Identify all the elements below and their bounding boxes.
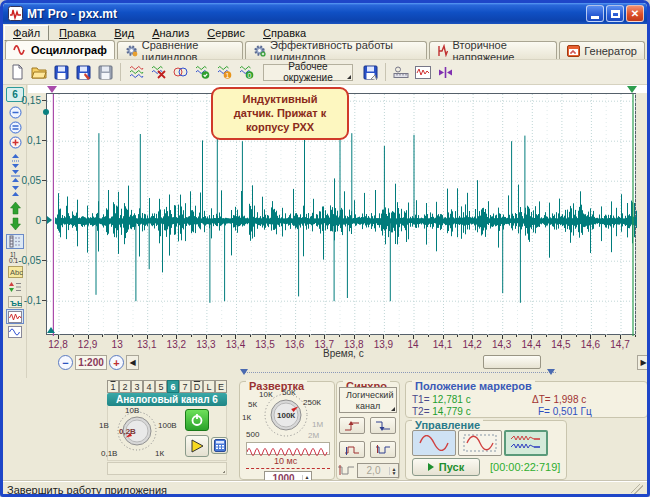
trigger-falling-button[interactable] (370, 417, 396, 434)
waveform-window-button[interactable] (413, 62, 433, 82)
maximize-icon (611, 10, 620, 18)
marker-t2-handle[interactable] (627, 86, 637, 93)
x-tick-mark (546, 335, 547, 337)
zoom-out-button[interactable]: − (58, 355, 73, 370)
channel-tab-2[interactable]: 2 (119, 380, 131, 393)
status-text: Завершить работу приложения (7, 484, 167, 496)
zoom-in-button[interactable]: + (109, 355, 124, 370)
signals-loop-button[interactable] (170, 62, 190, 82)
x-tick-label: 13,3 (196, 339, 215, 350)
markers-button[interactable] (435, 62, 455, 82)
maximize-button[interactable] (606, 5, 624, 22)
marker-t1-handle[interactable] (47, 86, 57, 93)
waves-close-icon (151, 65, 166, 79)
rising-edge-icon (344, 420, 360, 432)
trigger-pulse-high-button[interactable] (339, 441, 365, 458)
knob-label: 1М (312, 420, 323, 429)
channel-tab-D[interactable]: D (191, 380, 203, 393)
save-all-button[interactable] (95, 62, 115, 82)
sweep-group: Развертка 500 1К 5К 10К 50К 100К 250К 25… (239, 381, 335, 480)
channel-tab-4[interactable]: 4 (143, 380, 155, 393)
trigger-pulse-low-button[interactable] (370, 441, 396, 458)
t2-label: T2= (412, 406, 430, 417)
menu-help[interactable]: Справка (255, 26, 314, 40)
trigger-level-icon (337, 464, 355, 477)
scroll-thumb[interactable] (483, 355, 541, 369)
channel-tab-5[interactable]: 5 (155, 380, 167, 393)
menu-analysis[interactable]: Анализ (144, 26, 197, 40)
new-file-button[interactable] (7, 62, 27, 82)
menu-service[interactable]: Сервис (199, 26, 253, 40)
channel-tab-7[interactable]: 7 (179, 380, 191, 393)
tab-secondary-voltage[interactable]: Вторичное напряжение (429, 41, 558, 59)
dropdown-corner-icon (347, 75, 351, 79)
save-button[interactable] (51, 62, 71, 82)
range-thumb-right[interactable] (547, 369, 555, 375)
signal-zero-button[interactable]: 0 (236, 62, 256, 82)
trigger-level-dot[interactable] (43, 109, 49, 115)
y-tick-label: 0,15 (13, 95, 41, 106)
sync-source-dropdown[interactable]: Логический канал (339, 387, 397, 413)
x-tick-mark (102, 335, 103, 337)
channel-tab-L[interactable]: L (203, 380, 215, 393)
signals-close-button[interactable] (148, 62, 168, 82)
open-file-button[interactable] (29, 62, 49, 82)
channel-power-button[interactable] (185, 409, 209, 431)
y-tick-mark (42, 140, 46, 141)
x-tick-label: 13,1 (137, 339, 156, 350)
trigger-position-arrow[interactable] (47, 327, 55, 333)
measure-button[interactable] (391, 62, 411, 82)
app-icon (8, 6, 23, 21)
channel-tab-E[interactable]: E (215, 380, 227, 393)
control-group: Управление Пуск [00:00:22:719] (405, 420, 567, 480)
loops-icon (173, 66, 188, 78)
gear-icon (125, 44, 138, 57)
mode-frame-button[interactable] (458, 430, 502, 456)
y-tick-mark (42, 180, 46, 181)
scroll-right-button[interactable]: ▶ (637, 355, 650, 370)
x-tick-mark (516, 335, 517, 337)
channel-tab-1[interactable]: 1 (107, 380, 119, 393)
x-tick-mark (502, 335, 503, 339)
x-tick-mark (221, 335, 222, 337)
menu-view[interactable]: Вид (106, 26, 142, 40)
export-button[interactable] (360, 62, 380, 82)
channel-probe-button[interactable] (185, 435, 209, 457)
menu-edit[interactable]: Правка (51, 26, 104, 40)
menu-file[interactable]: Файл (4, 25, 49, 41)
channel-range-value: 0,2В (119, 427, 136, 436)
save-as-button[interactable] (73, 62, 93, 82)
y-tick-mark (42, 300, 46, 301)
tab-generator[interactable]: Генератор (559, 41, 645, 59)
close-button[interactable]: ✕ (626, 5, 644, 22)
resize-grip[interactable] (631, 484, 643, 496)
tab-cylinder-compare[interactable]: Сравнение цилиндров (117, 41, 243, 59)
channel-tab-6[interactable]: 6 (167, 380, 179, 393)
x-tick-label: 14,7 (610, 339, 629, 350)
tab-cylinder-efficiency[interactable]: Эффективность работы цилиндров (245, 41, 427, 59)
zero-level-arrow[interactable] (47, 216, 52, 224)
channel-calculator-button[interactable] (211, 437, 228, 454)
dt-value: 1,998 с (553, 394, 586, 405)
range-slider-track[interactable] (243, 372, 556, 373)
signals-button[interactable] (126, 62, 146, 82)
x-tick-mark (147, 335, 148, 339)
channel-tab-3[interactable]: 3 (131, 380, 143, 393)
minimize-button[interactable] (586, 5, 604, 22)
signal-apply-button[interactable] (192, 62, 212, 82)
markers-header: Положение маркеров (412, 380, 535, 392)
mode-single-button[interactable] (412, 430, 456, 456)
trigger-level-spinner[interactable]: 2,0 ▲▼ (357, 463, 399, 478)
pulse-high-icon (344, 444, 360, 456)
tab-oscilloscope[interactable]: Осциллограф (5, 40, 115, 59)
start-button[interactable]: Пуск (412, 458, 480, 476)
scroll-left-button[interactable]: ◀ (126, 355, 139, 370)
f-value: 0,501 Гц (553, 406, 592, 417)
signal-one-button[interactable]: 1 (214, 62, 234, 82)
range-thumb-left[interactable] (240, 369, 248, 375)
workspace-dropdown[interactable]: Рабочее окружение (263, 64, 353, 81)
x-tick-label: 14,4 (522, 339, 541, 350)
save-all-icon (98, 65, 113, 80)
mode-stream-button[interactable] (504, 430, 548, 456)
trigger-rising-button[interactable] (339, 417, 365, 434)
